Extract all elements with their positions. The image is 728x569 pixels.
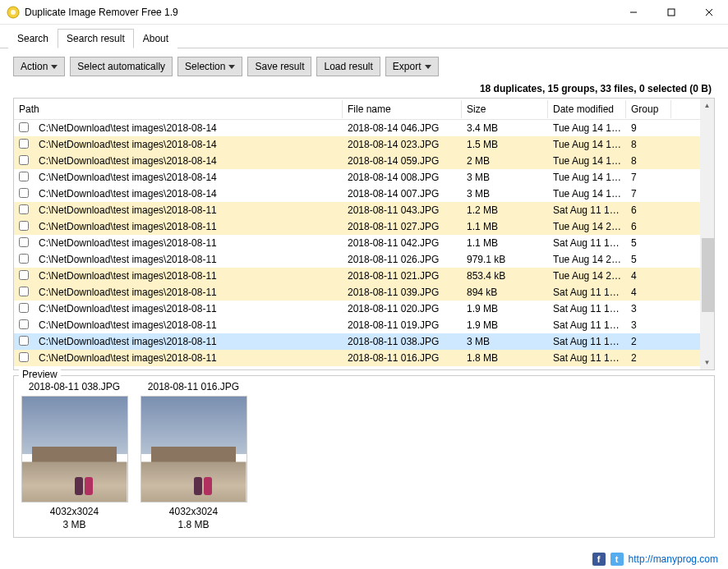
table-row[interactable]: C:\NetDownload\test images\2018-08-11201… (14, 202, 700, 218)
table-row[interactable]: C:\NetDownload\test images\2018-08-11201… (14, 317, 700, 333)
cell-date-modified: Sat Aug 11 19:... (548, 204, 626, 216)
cell-filename: 2018-08-14 023.JPG (343, 139, 462, 150)
cell-path: C:\NetDownload\test images\2018-08-11 (34, 369, 343, 369)
preview-label: Preview (19, 369, 61, 380)
action-button[interactable]: Action (13, 57, 65, 76)
load-result-button[interactable]: Load result (316, 57, 380, 76)
row-checkbox[interactable] (19, 122, 29, 132)
cell-size: 3 MB (462, 336, 548, 347)
col-size[interactable]: Size (462, 100, 548, 118)
row-checkbox[interactable] (19, 237, 29, 247)
row-checkbox[interactable] (19, 270, 29, 280)
cell-size: 2 MB (462, 155, 548, 167)
col-date-modified[interactable]: Date modified (548, 100, 626, 118)
maximize-button[interactable] (652, 0, 690, 24)
cell-size: 3 MB (462, 172, 548, 183)
thumb-image (141, 396, 247, 502)
cell-size: 894 kB (462, 287, 548, 298)
cell-path: C:\NetDownload\test images\2018-08-14 (34, 155, 343, 167)
table-row[interactable]: C:\NetDownload\test images\2018-08-11201… (14, 333, 700, 350)
tab-search[interactable]: Search (8, 29, 58, 48)
row-checkbox[interactable] (19, 221, 29, 231)
cell-filename: 2018-08-11 016.JPG (343, 352, 462, 364)
cell-date-modified: Sat Aug 11 19:... (548, 237, 626, 249)
selection-button[interactable]: Selection (177, 57, 242, 76)
cell-size: 3.4 MB (462, 122, 548, 134)
cell-filename: 2018-08-11 043.JPG (343, 204, 462, 216)
table-header: Path File name Size Date modified Group (14, 99, 714, 120)
scroll-down-arrow[interactable]: ▼ (700, 356, 714, 369)
table-row[interactable]: C:\NetDownload\test images\2018-08-11201… (14, 235, 700, 251)
col-path[interactable]: Path (14, 100, 343, 118)
row-checkbox[interactable] (19, 155, 29, 165)
cell-group: 3 (626, 303, 671, 314)
vertical-scrollbar[interactable]: ▲ ▼ (700, 99, 714, 369)
cell-date-modified: Sat Aug 11 19:... (548, 336, 626, 347)
close-button[interactable] (690, 0, 728, 24)
row-checkbox[interactable] (19, 254, 29, 264)
cell-group: 9 (626, 122, 671, 134)
row-checkbox[interactable] (19, 188, 29, 198)
preview-section: Preview 2018-08-11 038.JPG 4032x3024 3 M… (13, 375, 715, 538)
cell-date-modified: Tue Aug 14 22:... (548, 270, 626, 282)
table-row[interactable]: C:\NetDownload\test images\2018-08-14201… (14, 120, 700, 136)
row-checkbox[interactable] (19, 172, 29, 181)
cell-size: 1.9 MB (462, 303, 548, 314)
cell-size: 1.1 MB (462, 237, 548, 249)
export-button[interactable]: Export (385, 57, 439, 76)
table-row[interactable]: C:\NetDownload\test images\2018-08-14201… (14, 169, 700, 186)
row-checkbox[interactable] (19, 139, 29, 149)
cell-path: C:\NetDownload\test images\2018-08-14 (34, 188, 343, 200)
cell-date-modified: Sat Aug 11 19:... (548, 352, 626, 364)
preview-thumb[interactable]: 2018-08-11 016.JPG 4032x3024 1.8 MB (138, 381, 249, 532)
row-checkbox[interactable] (19, 352, 29, 362)
row-checkbox[interactable] (19, 336, 29, 346)
cell-path: C:\NetDownload\test images\2018-08-11 (34, 303, 343, 314)
cell-path: C:\NetDownload\test images\2018-08-11 (34, 287, 343, 298)
select-automatically-button[interactable]: Select automatically (70, 57, 173, 76)
thumb-meta: 4032x3024 3 MB (50, 506, 99, 531)
table-row[interactable]: C:\NetDownload\test images\2018-08-11201… (14, 284, 700, 301)
row-checkbox[interactable] (19, 303, 29, 313)
cell-group: 2 (626, 352, 671, 364)
cell-date-modified: Tue Aug 14 15:... (548, 172, 626, 183)
table-row[interactable]: C:\NetDownload\test images\2018-08-14201… (14, 136, 700, 153)
table-row[interactable]: C:\NetDownload\test images\2018-08-11201… (14, 268, 700, 284)
cell-group: 2 (626, 336, 671, 347)
thumb-image (21, 396, 128, 502)
thumb-filename: 2018-08-11 038.JPG (29, 381, 120, 392)
cell-date-modified: Sat Aug 11 19:... (548, 287, 626, 298)
tab-about[interactable]: About (134, 29, 177, 48)
row-checkbox[interactable] (19, 319, 29, 329)
table-row[interactable]: C:\NetDownload\test images\2018-08-11201… (14, 350, 700, 366)
cell-filename: 2018-08-11 042.JPG (343, 237, 462, 249)
row-checkbox[interactable] (19, 287, 29, 296)
table-row[interactable]: C:\NetDownload\test images\2018-08-11201… (14, 366, 700, 369)
thumb-filename: 2018-08-11 016.JPG (148, 381, 239, 392)
col-group[interactable]: Group (626, 100, 671, 118)
scroll-thumb[interactable] (702, 238, 715, 312)
table-row[interactable]: C:\NetDownload\test images\2018-08-11201… (14, 251, 700, 268)
window-title: Duplicate Image Remover Free 1.9 (25, 7, 615, 18)
facebook-icon[interactable]: f (592, 553, 606, 566)
cell-filename: 2018-08-11 026.JPG (343, 254, 462, 265)
cell-date-modified: Tue Aug 14 22:... (548, 254, 626, 265)
col-filename[interactable]: File name (343, 100, 462, 118)
save-result-button[interactable]: Save result (247, 57, 311, 76)
cell-path: C:\NetDownload\test images\2018-08-11 (34, 319, 343, 331)
table-row[interactable]: C:\NetDownload\test images\2018-08-14201… (14, 153, 700, 169)
preview-thumb[interactable]: 2018-08-11 038.JPG 4032x3024 3 MB (19, 381, 130, 532)
row-checkbox[interactable] (19, 204, 29, 214)
cell-filename: 2018-08-14 007.JPG (343, 188, 462, 200)
cell-size: 3 MB (462, 188, 548, 200)
table-row[interactable]: C:\NetDownload\test images\2018-08-14201… (14, 186, 700, 202)
table-row[interactable]: C:\NetDownload\test images\2018-08-11201… (14, 218, 700, 235)
cell-size: 1.8 MB (462, 352, 548, 364)
minimize-button[interactable] (615, 0, 652, 24)
cell-filename: 2018-08-11 027.JPG (343, 221, 462, 232)
tab-search-result[interactable]: Search result (58, 29, 134, 48)
table-row[interactable]: C:\NetDownload\test images\2018-08-11201… (14, 301, 700, 317)
website-link[interactable]: http://manyprog.com (629, 553, 718, 565)
scroll-up-arrow[interactable]: ▲ (700, 99, 714, 112)
twitter-icon[interactable]: t (611, 553, 624, 566)
